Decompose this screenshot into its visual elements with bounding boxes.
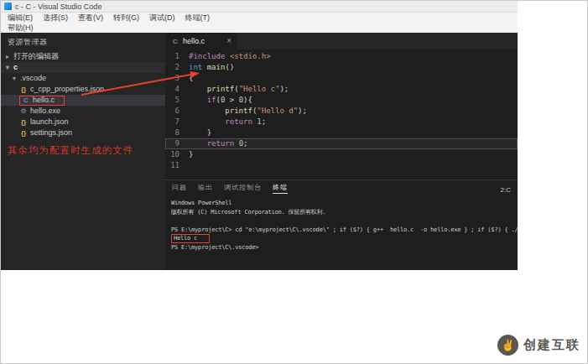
explorer-title: 资源管理器 xyxy=(1,33,165,51)
menu-item[interactable]: 转到(G) xyxy=(108,13,144,23)
line-number: 1 xyxy=(165,51,189,62)
menu-item[interactable]: 帮助(H) xyxy=(3,23,39,34)
code-text: #include <stdio.h> xyxy=(189,51,271,62)
chevron-down-icon: ▾ xyxy=(4,62,11,73)
menu-bar: 编辑(E)选择(S)查看(V)转到(G)调试(D)终端(T)帮助(H) xyxy=(1,13,518,34)
menu-item[interactable]: 查看(V) xyxy=(73,13,108,23)
code-line: 9 return 0; xyxy=(165,138,518,149)
panel-tab[interactable]: 问题 xyxy=(172,183,187,194)
code-text: if(0 > 0){ xyxy=(189,95,252,106)
code-line: 7 return 1; xyxy=(165,117,518,127)
terminal[interactable]: Windows PowerShell版权所有 (C) Microsoft Cor… xyxy=(165,195,518,270)
editor-group: C hello.c × 1#include <stdio.h>2int main… xyxy=(165,33,518,270)
terminal-line: 版权所有 (C) Microsoft Corporation. 保留所有权利. xyxy=(171,208,518,217)
line-number: 5 xyxy=(165,95,189,106)
bottom-panel: 问题输出调试控制台终端 2:C Windows PowerShell版权所有 (… xyxy=(165,179,518,270)
hand-icon: ✌ xyxy=(497,335,518,356)
screenshot-page: c - C - Visual Studio Code 编辑(E)选择(S)查看(… xyxy=(0,0,588,364)
code-line: 10} xyxy=(165,149,518,160)
terminal-line: Windows PowerShell xyxy=(171,199,518,208)
json-file-icon: {} xyxy=(19,84,28,95)
code-editor[interactable]: 1#include <stdio.h>2int main()3{4 printf… xyxy=(165,49,518,179)
code-text: return 1; xyxy=(189,117,266,127)
json-file-icon: {} xyxy=(19,117,28,127)
file-item[interactable]: Chello.c xyxy=(1,95,165,106)
line-number: 10 xyxy=(165,149,189,160)
file-label: settings.json xyxy=(30,127,72,138)
menu-item[interactable]: 终端(T) xyxy=(180,13,216,23)
folder-label: .vscode xyxy=(20,73,46,84)
code-text: int main() xyxy=(189,62,234,73)
code-line: 8 } xyxy=(165,127,518,138)
terminal-line: PS E:\myproject\C\.vscode> xyxy=(171,243,518,252)
exe-file-icon: ⚙ xyxy=(19,106,28,117)
file-item[interactable]: {}c_cpp_properties.json xyxy=(1,84,165,95)
code-text: { xyxy=(189,73,193,84)
json-file-icon: {} xyxy=(19,127,28,138)
vscode-logo-icon xyxy=(4,3,12,10)
tab-hello-c[interactable]: C hello.c × xyxy=(165,33,237,49)
panel-tab[interactable]: 输出 xyxy=(198,183,213,194)
terminal-line: Hello c xyxy=(171,234,518,243)
menu-row: 编辑(E)选择(S)查看(V)转到(G)调试(D)终端(T) xyxy=(3,13,516,23)
line-number: 9 xyxy=(165,138,189,149)
file-item[interactable]: ⚙hello.exe xyxy=(1,106,165,117)
watermark: ✌ 创建互联 xyxy=(497,335,580,356)
terminal-line xyxy=(171,216,518,226)
file-label: hello.c xyxy=(33,95,55,106)
file-item[interactable]: {}launch.json xyxy=(1,117,165,127)
red-annotation-text: 其余均为配置时生成的文件 xyxy=(8,144,133,157)
code-text: printf("Hello d"); xyxy=(189,106,307,117)
menu-row: 帮助(H) xyxy=(3,23,516,33)
menu-item[interactable]: 选择(S) xyxy=(38,13,73,23)
file-item[interactable]: {}settings.json xyxy=(1,127,165,138)
line-number: 3 xyxy=(165,73,189,84)
line-number: 8 xyxy=(165,127,189,138)
window-title: c - C - Visual Studio Code xyxy=(15,3,101,11)
code-text: } xyxy=(189,127,211,138)
tab-label: hello.c xyxy=(183,37,205,45)
line-number: 6 xyxy=(165,106,189,117)
code-line: 3{ xyxy=(165,73,518,84)
explorer-sidebar: 资源管理器 ▸ 打开的编辑器 ▾ c ▾ .vscode {}c_cpp_pro… xyxy=(1,33,165,270)
title-bar: c - C - Visual Studio Code xyxy=(1,1,518,13)
chevron-down-icon: ▾ xyxy=(11,73,18,84)
menu-item[interactable]: 调试(D) xyxy=(144,13,180,23)
terminal-output-highlight-box: Hello c xyxy=(171,234,210,243)
file-label: launch.json xyxy=(30,117,69,127)
editor-tab-bar: C hello.c × xyxy=(165,33,518,49)
file-label: hello.exe xyxy=(30,106,60,117)
file-label: c_cpp_properties.json xyxy=(30,84,104,95)
open-editors-section[interactable]: ▸ 打开的编辑器 xyxy=(1,51,165,62)
watermark-text: 创建互联 xyxy=(523,337,580,353)
c-file-icon: C xyxy=(171,38,180,45)
terminal-line: PS E:\myproject\C> cd "e:\myproject\C\.v… xyxy=(171,226,518,235)
code-line: 11 xyxy=(165,160,518,171)
root-folder-label: c xyxy=(13,62,18,73)
root-folder-c[interactable]: ▾ c xyxy=(1,62,165,73)
file-inner: {}c_cpp_properties.json xyxy=(19,85,104,95)
panel-tab-bar: 问题输出调试控制台终端 2:C xyxy=(165,180,518,195)
close-icon[interactable]: × xyxy=(226,37,232,45)
line-number: 11 xyxy=(165,160,189,171)
folder-vscode[interactable]: ▾ .vscode xyxy=(1,73,165,84)
code-line: 1#include <stdio.h> xyxy=(165,51,518,62)
open-editors-label: 打开的编辑器 xyxy=(13,51,59,62)
chevron-right-icon: ▸ xyxy=(4,51,11,62)
vscode-window: c - C - Visual Studio Code 编辑(E)选择(S)查看(… xyxy=(1,1,518,270)
code-line: 4 printf("Hello c"); xyxy=(165,84,518,95)
line-number: 7 xyxy=(165,117,189,127)
code-line: 6 printf("Hello d"); xyxy=(165,106,518,117)
panel-tab[interactable]: 调试控制台 xyxy=(224,183,262,194)
red-highlight-box: Chello.c xyxy=(19,96,65,106)
file-inner: ⚙hello.exe xyxy=(19,107,60,117)
panel-tabs: 问题输出调试控制台终端 xyxy=(172,183,288,194)
c-file-icon: C xyxy=(22,95,30,106)
workbench: 资源管理器 ▸ 打开的编辑器 ▾ c ▾ .vscode {}c_cpp_pro… xyxy=(1,33,518,270)
line-number: 4 xyxy=(165,84,189,95)
file-inner: {}launch.json xyxy=(19,117,69,127)
file-tree: {}c_cpp_properties.jsonChello.c⚙hello.ex… xyxy=(1,84,165,138)
code-text: printf("Hello c"); xyxy=(189,84,289,95)
panel-tab[interactable]: 终端 xyxy=(273,183,288,194)
terminal-selector[interactable]: 2:C xyxy=(501,186,511,194)
